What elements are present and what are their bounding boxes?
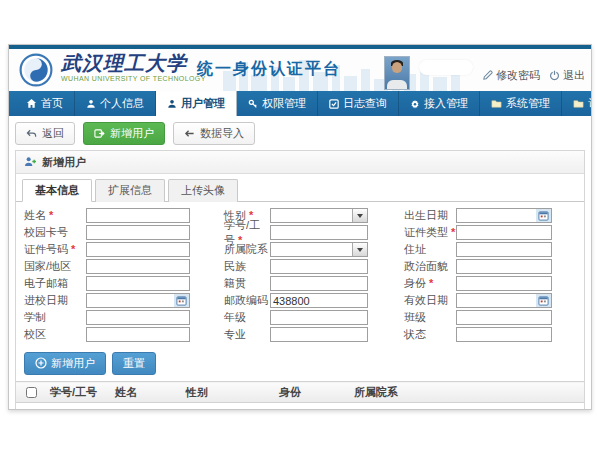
app-window: 武汉理工大学 WUHAN UNIVERSITY OF TECHNOLOGY 统一… bbox=[8, 44, 592, 410]
column-header-3: 性别 bbox=[182, 382, 275, 403]
calendar-icon[interactable] bbox=[536, 294, 551, 307]
field-label: 住址 bbox=[404, 242, 456, 257]
status-input[interactable] bbox=[456, 327, 552, 342]
person-plus-icon bbox=[24, 156, 37, 169]
field-label: 籍贯 bbox=[224, 276, 270, 291]
form-column-2: 性别 *学号/工号 *所属院系民族籍贯邮政编码年级专业 bbox=[224, 208, 368, 344]
grade-input[interactable] bbox=[270, 310, 368, 325]
gear-icon bbox=[410, 99, 420, 109]
native-place-input[interactable] bbox=[270, 276, 368, 291]
header-user-area: 修改密码 退出 bbox=[384, 52, 585, 90]
field-status: 状态 bbox=[404, 327, 552, 342]
change-password-label: 修改密码 bbox=[496, 68, 540, 83]
logout-link[interactable]: 退出 bbox=[549, 68, 585, 83]
field-valid-date: 有效日期 bbox=[404, 293, 552, 308]
tab-extended-info[interactable]: 扩展信息 bbox=[95, 179, 165, 202]
key-icon bbox=[248, 99, 258, 109]
nav-item-label: 权限管理 bbox=[262, 96, 306, 111]
class-input[interactable] bbox=[456, 310, 552, 325]
campus-input[interactable] bbox=[86, 327, 190, 342]
calendar-icon[interactable] bbox=[174, 294, 189, 307]
field-native-place: 籍贯 bbox=[224, 276, 368, 291]
country-region-input[interactable] bbox=[86, 259, 190, 274]
nav-item-user-mgmt[interactable]: 用户管理 bbox=[156, 91, 237, 116]
required-asterisk: * bbox=[68, 243, 75, 255]
nav-item-label: 用户管理 bbox=[181, 96, 225, 111]
select-all-checkbox[interactable] bbox=[26, 387, 37, 398]
logout-label: 退出 bbox=[563, 68, 585, 83]
add-user-toolbar-button[interactable]: 新增用户 bbox=[83, 122, 165, 145]
major-input[interactable] bbox=[270, 327, 368, 342]
nav-item-label: 首页 bbox=[41, 96, 63, 111]
field-entry-date: 进校日期 bbox=[24, 293, 190, 308]
field-label: 姓名 * bbox=[24, 208, 86, 223]
nav-item-profile[interactable]: 个人信息 bbox=[75, 91, 156, 116]
field-label: 证件号码 * bbox=[24, 242, 86, 257]
name-input[interactable] bbox=[86, 208, 190, 223]
field-label: 班级 bbox=[404, 310, 456, 325]
field-label: 证件类型 * bbox=[404, 225, 456, 240]
back-arrow-icon bbox=[26, 128, 37, 139]
field-postal-code: 邮政编码 bbox=[224, 293, 368, 308]
back-button-label: 返回 bbox=[42, 126, 64, 141]
chevron-down-icon[interactable] bbox=[352, 209, 367, 222]
field-label: 校区 bbox=[24, 327, 86, 342]
data-import-button[interactable]: 数据导入 bbox=[173, 122, 255, 145]
field-label: 国家/地区 bbox=[24, 259, 86, 274]
chevron-down-icon[interactable] bbox=[352, 243, 367, 256]
change-password-link[interactable]: 修改密码 bbox=[482, 68, 540, 83]
nav-item-home[interactable]: 首页 bbox=[15, 91, 75, 116]
ethnicity-input[interactable] bbox=[270, 259, 368, 274]
field-label: 学制 bbox=[24, 310, 86, 325]
field-ethnicity: 民族 bbox=[224, 259, 368, 274]
field-label: 所属院系 bbox=[224, 242, 270, 257]
column-header-2: 姓名 bbox=[111, 382, 182, 403]
field-label: 电子邮箱 bbox=[24, 276, 86, 291]
main-nav: 首页个人信息用户管理权限管理日志查询接入管理系统管理订阅管理 bbox=[9, 91, 591, 116]
form-tabs: 基本信息扩展信息上传头像 bbox=[16, 174, 584, 202]
log-icon bbox=[329, 99, 339, 109]
tab-upload-avatar[interactable]: 上传头像 bbox=[168, 179, 238, 202]
political-status-input[interactable] bbox=[456, 259, 552, 274]
field-label: 进校日期 bbox=[24, 293, 86, 308]
field-id-type: 证件类型 * bbox=[404, 225, 552, 240]
postal-code-input[interactable] bbox=[270, 293, 368, 308]
power-icon bbox=[549, 70, 560, 81]
field-label: 政治面貌 bbox=[404, 259, 456, 274]
nav-item-perm-mgmt[interactable]: 权限管理 bbox=[237, 91, 318, 116]
submit-add-user-label: 新增用户 bbox=[51, 356, 95, 371]
field-label: 邮政编码 bbox=[224, 293, 270, 308]
back-button[interactable]: 返回 bbox=[15, 122, 75, 145]
address-input[interactable] bbox=[456, 242, 552, 257]
nav-item-label: 订阅管理 bbox=[588, 96, 592, 111]
calendar-icon[interactable] bbox=[536, 209, 551, 222]
id-type-input[interactable] bbox=[456, 225, 552, 240]
nav-item-label: 系统管理 bbox=[506, 96, 550, 111]
student-id-input[interactable] bbox=[270, 225, 368, 240]
reset-button[interactable]: 重置 bbox=[112, 352, 156, 375]
submit-add-user-button[interactable]: 新增用户 bbox=[24, 352, 106, 375]
email-input[interactable] bbox=[86, 276, 190, 291]
tab-basic-info[interactable]: 基本信息 bbox=[22, 179, 92, 202]
basic-info-form: 姓名 *校园卡号证件号码 *国家/地区电子邮箱进校日期学制校区 性别 *学号/工… bbox=[16, 202, 584, 346]
nav-item-sub-mgmt[interactable]: 订阅管理 bbox=[562, 91, 592, 116]
field-label: 出生日期 bbox=[404, 208, 456, 223]
field-name: 姓名 * bbox=[24, 208, 190, 223]
avatar[interactable] bbox=[384, 56, 410, 90]
field-identity: 身份 * bbox=[404, 276, 552, 291]
column-header-5: 所属院系 bbox=[350, 382, 581, 403]
left-arrow-icon bbox=[184, 128, 195, 139]
nav-item-sys-mgmt[interactable]: 系统管理 bbox=[480, 91, 562, 116]
field-email: 电子邮箱 bbox=[24, 276, 190, 291]
identity-input[interactable] bbox=[456, 276, 552, 291]
campus-card-no-input[interactable] bbox=[86, 225, 190, 240]
id-number-input[interactable] bbox=[86, 242, 190, 257]
section-title: 新增用户 bbox=[42, 155, 86, 170]
nav-item-access-mgmt[interactable]: 接入管理 bbox=[399, 91, 480, 116]
field-department: 所属院系 bbox=[224, 242, 368, 257]
nav-item-log-query[interactable]: 日志查询 bbox=[318, 91, 399, 116]
field-label: 校园卡号 bbox=[24, 225, 86, 240]
field-label: 年级 bbox=[224, 310, 270, 325]
study-length-input[interactable] bbox=[86, 310, 190, 325]
platform-title: 统一身份认证平台 bbox=[197, 59, 341, 80]
